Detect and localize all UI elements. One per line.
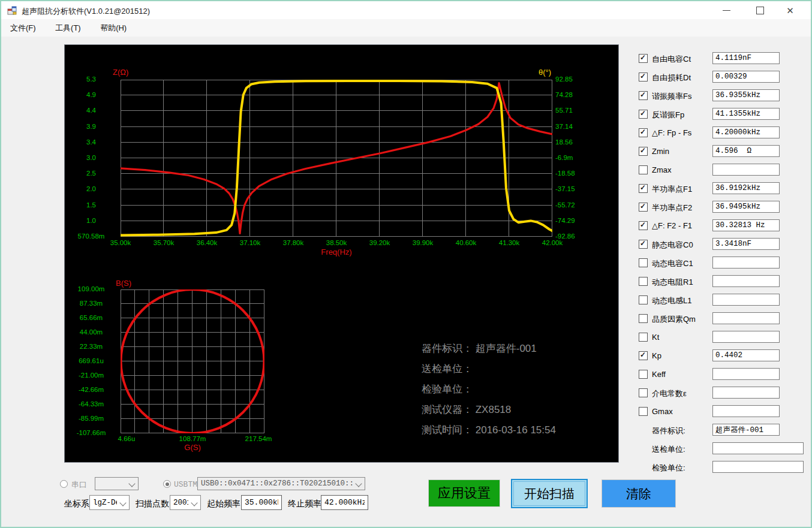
- measurement-value-input[interactable]: [712, 349, 780, 361]
- menu-file[interactable]: 文件(F): [2, 19, 44, 37]
- impedance-phase-chart: [121, 80, 552, 237]
- measurement-checkbox[interactable]: [639, 221, 648, 230]
- b-axis-tick: 22.33m: [66, 343, 116, 350]
- measurement-row: Kt: [634, 331, 812, 345]
- b-axis-tick: 87.33m: [66, 300, 116, 307]
- measurement-row: 反谐振Fp: [634, 108, 812, 122]
- measurement-value-input[interactable]: [712, 312, 780, 324]
- measurement-checkbox[interactable]: [639, 128, 648, 137]
- measurement-value-input[interactable]: [712, 461, 804, 473]
- coord-system-combo[interactable]: lgZ-Deg: [89, 495, 130, 510]
- serial-radio[interactable]: [60, 480, 68, 488]
- chevron-down-icon: [119, 499, 126, 506]
- freq-axis-tick: 42.00k: [533, 239, 572, 246]
- b-axis-tick: -21.00m: [66, 372, 116, 379]
- measurement-value-input[interactable]: [712, 238, 780, 250]
- measurement-value-input[interactable]: [712, 89, 780, 101]
- minimize-icon: [723, 10, 730, 11]
- measurement-value-input[interactable]: [712, 387, 780, 399]
- measurement-value-input[interactable]: [712, 405, 780, 417]
- measurement-label: 器件标识:: [652, 426, 685, 436]
- measurement-value-input[interactable]: [712, 145, 780, 157]
- coord-system-value: lgZ-Deg: [93, 499, 117, 507]
- theta-axis-tick: 55.71: [555, 107, 573, 114]
- measurement-checkbox[interactable]: [639, 203, 648, 212]
- measurement-value-input[interactable]: [712, 424, 780, 436]
- titlebar: 超声阻抗分析软件(V1.0.21@201512) ✕: [1, 1, 811, 19]
- measurement-row: Zmax: [634, 164, 812, 178]
- measurement-checkbox[interactable]: [639, 240, 648, 249]
- measurement-checkbox[interactable]: [639, 333, 648, 342]
- info-overlay: 器件标识： 超声器件-001送检单位：检验单位：测试仪器： ZX8518测试时间…: [422, 339, 556, 440]
- measurement-value-input[interactable]: [712, 201, 780, 213]
- measurement-checkbox[interactable]: [639, 147, 648, 156]
- measurement-value-input[interactable]: [712, 182, 780, 194]
- menu-help[interactable]: 帮助(H): [92, 19, 134, 37]
- clear-button[interactable]: 清除: [602, 479, 676, 508]
- measurement-checkbox[interactable]: [639, 295, 648, 304]
- measurement-label: △F: F2 - F1: [652, 221, 692, 230]
- b-axis-tick: 65.66m: [66, 314, 116, 321]
- menu-tools[interactable]: 工具(T): [47, 19, 89, 37]
- usbtmc-radio[interactable]: [163, 480, 171, 488]
- measurement-checkbox[interactable]: [639, 258, 648, 267]
- close-button[interactable]: ✕: [777, 1, 804, 19]
- z-axis-tick: 2.0: [66, 185, 116, 192]
- measurement-checkbox[interactable]: [639, 91, 648, 100]
- chevron-down-icon: [128, 480, 135, 487]
- measurement-value-input[interactable]: [712, 71, 780, 83]
- measurement-label: 动态电阻R1: [652, 277, 693, 288]
- serial-radio-label: 串口: [71, 479, 87, 490]
- info-line: 测试时间： 2016-03-16 15:54: [422, 420, 556, 440]
- measurement-checkbox[interactable]: [639, 54, 648, 63]
- theta-axis-tick: -55.72: [555, 201, 575, 209]
- measurement-label: Gmax: [652, 407, 673, 416]
- measurement-checkbox[interactable]: [639, 388, 648, 397]
- measurement-value-input[interactable]: [712, 164, 780, 176]
- measurement-checkbox[interactable]: [639, 314, 648, 323]
- measurement-value-input[interactable]: [712, 294, 780, 306]
- measurement-value-input[interactable]: [712, 442, 804, 454]
- measurement-row: △F: Fp - Fs: [634, 126, 812, 141]
- minimize-button[interactable]: [713, 1, 740, 19]
- measurement-label: 半功率点F2: [652, 203, 692, 213]
- measurement-checkbox[interactable]: [639, 407, 648, 416]
- measurement-value-input[interactable]: [712, 219, 780, 231]
- theta-axis-tick: 37.14: [555, 123, 573, 130]
- measurement-checkbox[interactable]: [639, 277, 648, 286]
- serial-port-combo[interactable]: [95, 477, 139, 490]
- start-scan-button[interactable]: 开始扫描: [511, 479, 588, 508]
- theta-axis-tick: -37.15: [555, 185, 575, 192]
- measurement-value-input[interactable]: [712, 368, 780, 380]
- z-axis-tick: 5.3: [66, 76, 116, 83]
- measurement-checkbox[interactable]: [639, 73, 648, 82]
- measurement-value-input[interactable]: [712, 126, 780, 138]
- measurement-checkbox[interactable]: [639, 351, 648, 360]
- usbtmc-address-combo[interactable]: USB0::0x0471::0x2786::T020215010::INSTR: [197, 477, 365, 490]
- measurement-label: Zmax: [652, 165, 672, 174]
- measurement-value-input[interactable]: [712, 275, 780, 287]
- stop-freq-input[interactable]: [321, 495, 368, 510]
- z-axis-tick: 3.4: [66, 138, 116, 146]
- measurement-checkbox[interactable]: [639, 184, 648, 193]
- sweep-points-combo[interactable]: 2001: [170, 495, 201, 510]
- measurement-label: 反谐振Fp: [652, 110, 684, 120]
- measurement-row: 品质因素Qm: [634, 312, 812, 327]
- maximize-button[interactable]: [747, 1, 774, 19]
- measurement-checkbox[interactable]: [639, 110, 648, 119]
- theta-axis-tick: 92.85: [555, 76, 573, 83]
- plot-panel: Z(Ω) θ(°) 5.34.94.43.93.43.02.52.01.51.0…: [64, 44, 619, 463]
- measurement-checkbox[interactable]: [639, 165, 648, 174]
- measurement-value-input[interactable]: [712, 108, 780, 120]
- measurement-value-input[interactable]: [712, 331, 780, 343]
- apply-settings-button[interactable]: 应用设置: [428, 479, 500, 507]
- maximize-icon: [756, 7, 764, 14]
- freq-axis-tick: 36.40k: [188, 239, 226, 246]
- measurement-value-input[interactable]: [712, 257, 780, 268]
- b-axis-tick: -85.99m: [66, 415, 116, 422]
- measurement-label: 半功率点F1: [652, 184, 692, 195]
- measurement-checkbox[interactable]: [639, 370, 648, 379]
- measurement-value-input[interactable]: [712, 52, 780, 64]
- menubar: 文件(F) 工具(T) 帮助(H): [1, 19, 811, 37]
- start-freq-input[interactable]: [241, 495, 282, 510]
